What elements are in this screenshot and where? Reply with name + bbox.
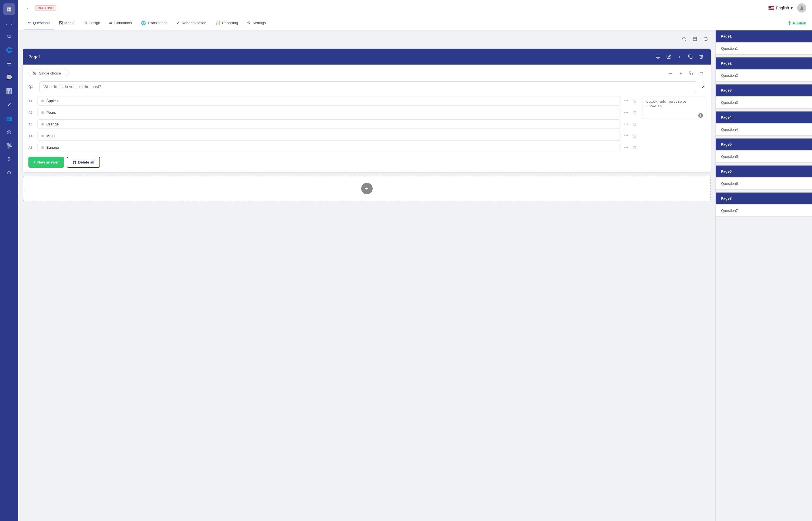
page-nav-question4[interactable]: Question4: [716, 123, 812, 136]
sidebar-icon-dashboard[interactable]: ▦: [3, 3, 15, 15]
answer-a4-label: A4: [28, 134, 35, 138]
page-add-icon[interactable]: +: [675, 53, 684, 61]
zoom-out-icon[interactable]: [702, 35, 710, 43]
answer-a4-text: Melon: [46, 134, 617, 138]
page-nav-page4[interactable]: Page4: [716, 112, 812, 123]
sidebar-icon-list[interactable]: ☰: [3, 58, 15, 69]
randomisation-icon: ⤢: [176, 21, 180, 25]
sidebar-icon-grid[interactable]: ⋮⋮: [3, 17, 15, 28]
sidebar-icon-users[interactable]: 👥: [3, 113, 15, 124]
sidebar-icon-checklist[interactable]: ✔: [3, 99, 15, 110]
answer-a5-delete-icon[interactable]: [631, 144, 638, 151]
answer-a1-delete-icon[interactable]: [631, 97, 638, 105]
sidebar-icon-gear[interactable]: ⚙: [3, 167, 15, 179]
preview-tool-icon[interactable]: [691, 35, 699, 43]
sidebar-icon-coins[interactable]: ◎: [3, 126, 15, 138]
answer-a2-delete-icon[interactable]: [631, 109, 638, 116]
page-nav-page3[interactable]: Page3: [716, 85, 812, 96]
new-answer-button[interactable]: + New answer: [28, 157, 64, 168]
question-add-icon[interactable]: +: [677, 69, 685, 77]
svg-point-0: [801, 6, 803, 8]
page-preview-icon[interactable]: [654, 53, 662, 61]
sidebar-icon-chart[interactable]: 📊: [3, 85, 15, 97]
answer-a5-text: Banana: [46, 145, 617, 150]
answer-a2-more-icon[interactable]: •••: [623, 109, 629, 116]
tab-settings[interactable]: ⚙ Settings: [243, 16, 270, 30]
back-button[interactable]: ‹: [24, 4, 32, 12]
page-nav-page1[interactable]: Page1: [716, 30, 812, 42]
answer-a4-more-icon[interactable]: •••: [623, 133, 629, 139]
svg-rect-7: [656, 55, 660, 58]
answer-a3-more-icon[interactable]: •••: [623, 121, 629, 128]
page-nav-question1[interactable]: Question1: [716, 42, 812, 54]
question-more-icon[interactable]: •••: [667, 69, 674, 77]
answer-a4-delete-icon[interactable]: [631, 133, 638, 139]
right-panel: Page1 Question1 Page2 Question2 Page3 Qu…: [715, 30, 812, 521]
question-delete-icon[interactable]: [697, 69, 705, 77]
quick-add-info-icon[interactable]: i: [698, 113, 703, 118]
language-selector[interactable]: English ▾: [768, 6, 793, 10]
answer-a3-delete-icon[interactable]: [631, 121, 638, 128]
sidebar-icon-dollar[interactable]: $: [3, 154, 15, 165]
page-nav-question5[interactable]: Question5: [716, 151, 812, 163]
tab-reporting[interactable]: 📊 Reporting: [212, 16, 242, 30]
answer-a4-input[interactable]: Melon: [38, 131, 620, 140]
answer-a5-more-icon[interactable]: •••: [623, 144, 629, 151]
search-tool-icon[interactable]: [680, 35, 688, 43]
sidebar-icon-globe[interactable]: 🌐: [3, 44, 15, 56]
page-nav-page2[interactable]: Page2: [716, 58, 812, 69]
answer-dot-icon: [41, 99, 44, 103]
question-input[interactable]: [39, 81, 696, 92]
page-copy-icon[interactable]: [686, 53, 694, 61]
flag-icon: [768, 6, 774, 10]
page-nav-page6[interactable]: Page6: [716, 165, 812, 177]
answer-a1-input[interactable]: Apples: [38, 96, 620, 106]
content-area: Page1 +: [18, 30, 812, 521]
tab-questions-label: Questions: [33, 21, 50, 25]
add-question-block[interactable]: +: [23, 176, 711, 201]
page-header-actions: +: [654, 53, 705, 61]
page-delete-icon[interactable]: [697, 53, 705, 61]
questions-icon: ✏: [28, 21, 31, 25]
page-nav-question2[interactable]: Question2: [716, 69, 812, 82]
tab-translations[interactable]: 🌐 Translations: [137, 16, 171, 30]
page-nav-question6[interactable]: Question6: [716, 178, 812, 190]
question-type-pill[interactable]: Single choice ›: [28, 69, 69, 77]
publish-label: Publish: [793, 21, 806, 25]
answer-buttons: + New answer Delete all: [28, 157, 638, 168]
answer-a5-input[interactable]: Banana: [38, 143, 620, 152]
quick-add-textarea[interactable]: [643, 96, 705, 119]
svg-rect-10: [690, 56, 692, 59]
tab-randomisation[interactable]: ⤢ Randomisation: [172, 16, 210, 30]
page-nav-page7[interactable]: Page7: [716, 192, 812, 204]
tab-questions[interactable]: ✏ Questions: [24, 16, 54, 30]
answer-a5-actions: •••: [623, 144, 638, 151]
sidebar-icon-radio[interactable]: 📡: [3, 140, 15, 151]
tab-media[interactable]: 🖼 Media: [55, 16, 78, 30]
tab-design[interactable]: ⊞ Design: [79, 16, 104, 30]
svg-point-1: [683, 38, 685, 40]
answers-list: A1 Apples •••: [28, 96, 638, 168]
sidebar-icon-briefcase[interactable]: 🗂: [3, 31, 15, 42]
sidebar-icon-chat[interactable]: 💬: [3, 72, 15, 83]
publish-button[interactable]: ⬆ Publish: [788, 21, 806, 26]
avatar[interactable]: [797, 3, 806, 13]
add-block-plus-icon[interactable]: +: [361, 183, 373, 194]
answer-a3-label: A3: [28, 122, 35, 126]
page-nav-question3[interactable]: Question3: [716, 96, 812, 109]
language-chevron-icon: ▾: [791, 6, 793, 10]
question-copy-icon[interactable]: [687, 69, 695, 77]
quick-add-area: i: [643, 96, 705, 168]
delete-all-button[interactable]: Delete all: [67, 157, 100, 168]
tab-reporting-label: Reporting: [222, 21, 238, 25]
page-nav-question7[interactable]: Question7: [716, 204, 812, 217]
page-nav-page5[interactable]: Page5: [716, 138, 812, 150]
answer-a1-more-icon[interactable]: •••: [623, 97, 629, 105]
answer-a2-input[interactable]: Pears: [38, 108, 620, 117]
answer-a3-input[interactable]: Orange: [38, 119, 620, 129]
answer-row: A1 Apples •••: [28, 96, 638, 106]
page-edit-icon[interactable]: [665, 53, 673, 61]
answer-a1-label: A1: [28, 99, 35, 103]
top-bar: ‹ INACTIVE English ▾: [18, 0, 812, 16]
tab-conditions[interactable]: ⇄ Conditions: [105, 16, 136, 30]
